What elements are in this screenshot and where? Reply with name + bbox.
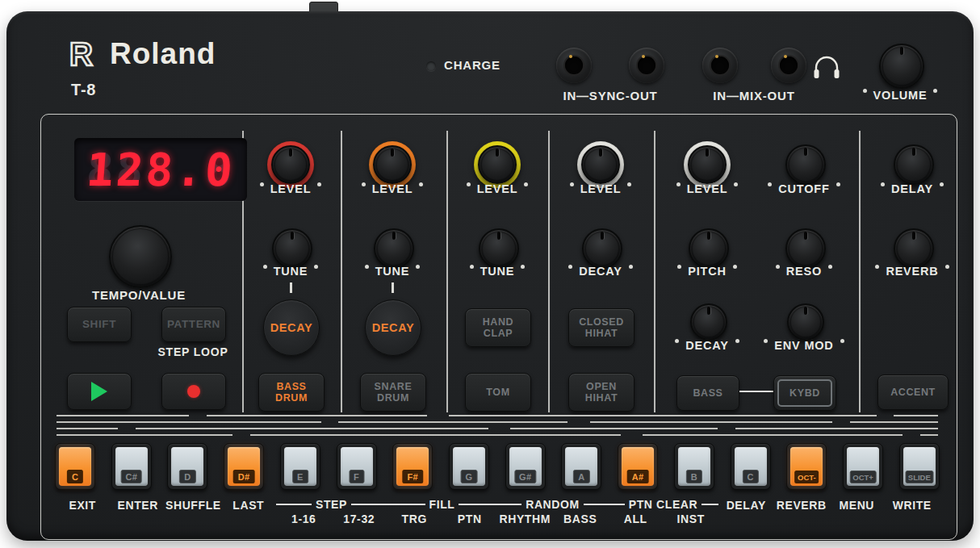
headphones-icon — [812, 55, 841, 81]
step-button-c-sharp[interactable]: C# — [111, 443, 152, 490]
random-group-label: RANDOM RHYTHMBASS — [497, 497, 608, 525]
bass-kybd-connector — [739, 391, 773, 392]
step-button-d-sharp[interactable]: D# — [224, 443, 264, 490]
ptn-clear-group-label: PTN CLEAR ALLINST — [608, 497, 718, 525]
step-button-f[interactable]: F — [337, 443, 377, 490]
charge-label: CHARGE — [444, 58, 500, 72]
sd-tune-knob[interactable] — [374, 228, 414, 269]
tom-tune-knob[interactable] — [479, 228, 519, 269]
step-button-a-sharp[interactable]: A# — [618, 443, 658, 490]
tom-tune-label: TUNE — [449, 265, 546, 278]
footer-labels: EXIT ENTER SHUFFLE LAST STEP 1-1617-32 F… — [55, 497, 940, 525]
sd-decay-button[interactable]: DECAY — [365, 299, 421, 356]
step-key-row: C C# D D# E F F# G G# A A# B C OCT- OCT+… — [55, 443, 940, 490]
step-button-slide[interactable]: SLIDE — [899, 443, 940, 490]
write-label: WRITE — [885, 497, 940, 525]
knob-indicator — [900, 47, 903, 55]
exit-label: EXIT — [55, 497, 111, 525]
tempo-value-knob[interactable] — [109, 225, 172, 288]
kybd-button[interactable]: KYBD — [773, 375, 836, 411]
svg-text:R: R — [69, 39, 93, 69]
step-button-b[interactable]: B — [674, 443, 714, 490]
bass-button[interactable]: BASS — [676, 375, 739, 411]
last-label: LAST — [221, 497, 277, 525]
charge-led — [426, 61, 436, 71]
bass-pitch-knob[interactable] — [689, 228, 729, 269]
roland-logo: R Roland — [68, 37, 216, 71]
section-divider — [654, 131, 655, 412]
bd-decay-button[interactable]: DECAY — [263, 299, 320, 356]
bass-cutoff-knob[interactable] — [785, 144, 826, 185]
delay-knob[interactable] — [894, 144, 934, 185]
bass-level-knob[interactable] — [684, 141, 731, 188]
reverb-label: REVERB — [864, 265, 961, 278]
enter-label: ENTER — [111, 497, 166, 525]
display-value: 128.0 — [74, 138, 247, 201]
mix-out-jack — [771, 48, 806, 83]
hh-decay-knob[interactable] — [582, 228, 622, 269]
menu-label: MENU — [829, 497, 885, 525]
tempo-label: TEMPO/VALUE — [66, 288, 211, 302]
bass-envmod-knob[interactable] — [787, 303, 824, 341]
bass-cutoff-label: CUTOFF — [756, 182, 852, 195]
record-button[interactable] — [161, 373, 226, 410]
bd-level-label: LEVEL — [242, 182, 339, 195]
section-divider — [446, 131, 448, 412]
hh-level-knob[interactable] — [577, 141, 624, 188]
step-button-e[interactable]: E — [280, 443, 320, 490]
sync-out-jack — [629, 48, 664, 83]
section-divider — [548, 131, 550, 412]
bass-drum-button[interactable]: BASSDRUM — [258, 373, 325, 412]
mix-label: IN—MIX-OUT — [673, 89, 835, 102]
shift-button[interactable]: SHIFT — [67, 307, 132, 342]
bass-decay-knob[interactable] — [690, 303, 727, 341]
step-button-d[interactable]: D — [167, 443, 207, 490]
snare-drum-button[interactable]: SNAREDRUM — [360, 373, 426, 412]
sd-tune-label: TUNE — [344, 265, 441, 278]
reverb-footer-label: REVERB — [774, 497, 830, 525]
section-divider — [859, 131, 861, 412]
step-button-a[interactable]: A — [561, 443, 601, 490]
record-dot-icon — [187, 385, 200, 398]
shuffle-label: SHUFFLE — [165, 497, 221, 525]
bd-tune-knob[interactable] — [272, 228, 312, 269]
tom-level-knob[interactable] — [474, 141, 521, 188]
bass-reso-knob[interactable] — [785, 228, 826, 269]
accent-button[interactable]: ACCENT — [877, 374, 949, 410]
sync-label: IN—SYNC-OUT — [530, 89, 691, 102]
bass-pitch-label: PITCH — [659, 265, 756, 278]
bass-reso-label: RESO — [756, 265, 852, 278]
volume-knob[interactable] — [879, 44, 924, 89]
closed-hihat-button[interactable]: CLOSEDHIHAT — [568, 308, 634, 347]
tom-level-label: LEVEL — [449, 182, 546, 195]
fill-group-label: FILL TRGPTN — [387, 497, 497, 525]
pattern-button[interactable]: PATTERN — [161, 307, 226, 342]
section-divider — [341, 131, 342, 412]
step-loop-label: STEP LOOP — [150, 345, 236, 358]
play-triangle-icon — [91, 382, 107, 401]
tom-button[interactable]: TOM — [465, 373, 531, 412]
open-hihat-button[interactable]: OPENHIHAT — [568, 373, 634, 412]
sd-level-knob[interactable] — [369, 141, 416, 188]
step-button-c2[interactable]: C — [731, 443, 771, 490]
bass-envmod-label: ENV MOD — [748, 339, 861, 352]
hand-clap-button[interactable]: HANDCLAP — [465, 308, 531, 347]
sd-level-label: LEVEL — [344, 182, 441, 195]
product-photo: R Roland T-8 CHARGE IN—SYNC-OUT IN—MIX-O… — [0, 0, 980, 548]
step-button-g[interactable]: G — [449, 443, 489, 490]
step-button-c[interactable]: C — [55, 443, 95, 490]
step-button-f-sharp[interactable]: F# — [392, 443, 433, 490]
tick-mark — [290, 282, 292, 293]
model-text: T-8 — [71, 81, 96, 99]
bass-decay-label: DECAY — [659, 339, 756, 352]
step-button-g-sharp[interactable]: G# — [505, 443, 546, 490]
reverb-knob[interactable] — [894, 228, 934, 269]
play-button[interactable] — [67, 373, 132, 410]
bd-level-knob[interactable] — [267, 141, 314, 188]
step-button-oct-up[interactable]: OCT+ — [843, 443, 883, 490]
mix-in-jack — [702, 48, 738, 83]
roland-r-icon: R — [68, 39, 103, 69]
hh-level-label: LEVEL — [552, 182, 649, 195]
step-button-oct-down[interactable]: OCT- — [786, 443, 827, 490]
sync-in-jack — [556, 48, 592, 83]
